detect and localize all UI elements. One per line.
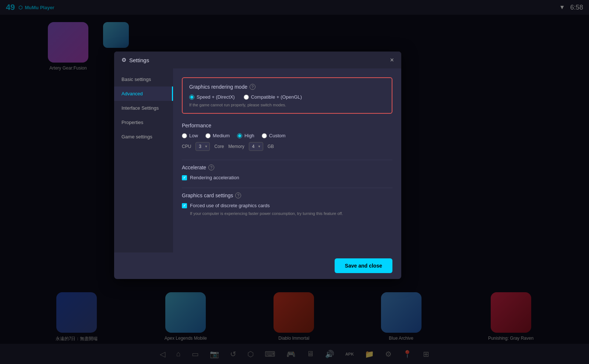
desktop: 49 ⬡ MuMu Player ▼ 6:58 Artery Gear:Fusi… [0, 0, 589, 364]
settings-gear-icon: ⚙ [121, 57, 126, 63]
cpu-memory-row: CPU 3 4 6 8 Core Memory [182, 142, 392, 151]
rendering-acceleration-checkbox[interactable] [182, 175, 187, 180]
perf-low[interactable]: Low [182, 133, 198, 138]
performance-title: Performance [182, 123, 392, 128]
modal-body: Basic settings Advanced Interface Settin… [114, 68, 401, 252]
graphics-card-help-icon[interactable]: ? [235, 192, 241, 198]
radio-option-opengl[interactable]: Compatible + (OpenGL) [244, 94, 302, 100]
settings-content: Graphics rendering mode ? Speed + (Direc… [173, 68, 401, 252]
rendering-mode-hint: If the game cannot run properly, please … [189, 103, 385, 107]
modal-title: ⚙ Settings [121, 57, 149, 63]
graphics-card-title: Graphics card settings ? [182, 192, 392, 198]
modal-close-button[interactable]: × [390, 57, 394, 63]
gb-label: GB [268, 144, 274, 149]
cpu-select-wrap[interactable]: 3 4 6 8 [195, 142, 210, 151]
perf-medium[interactable]: Medium [205, 133, 230, 138]
memory-select-wrap[interactable]: 4 6 8 [249, 142, 263, 151]
performance-radio-row: Low Medium High Custom [182, 133, 392, 138]
rendering-acceleration-label: Rendering acceleration [190, 175, 239, 180]
accelerate-section: Accelerate ? Rendering acceleration [182, 165, 392, 180]
sidebar-item-properties[interactable]: Properties [114, 115, 173, 130]
settings-nav-sidebar: Basic settings Advanced Interface Settin… [114, 68, 173, 252]
divider-2 [182, 188, 392, 188]
sidebar-item-basic[interactable]: Basic settings [114, 72, 173, 86]
memory-label: Memory [228, 144, 244, 149]
discrete-graphics-hint: If your computer is experiencing faster … [182, 211, 392, 216]
accelerate-title: Accelerate ? [182, 165, 392, 170]
performance-section: Performance Low Medium Hig [182, 123, 392, 151]
core-label: Core [214, 144, 224, 149]
modal-header: ⚙ Settings × [114, 52, 401, 68]
perf-high[interactable]: High [237, 133, 254, 138]
rendering-mode-section: Graphics rendering mode ? Speed + (Direc… [182, 77, 392, 114]
rendering-mode-title: Graphics rendering mode ? [189, 84, 385, 90]
accelerate-help-icon[interactable]: ? [208, 165, 214, 170]
sidebar-item-interface[interactable]: Interface Settings [114, 101, 173, 115]
sidebar-item-advanced[interactable]: Advanced [114, 86, 173, 101]
rendering-mode-help-icon[interactable]: ? [250, 84, 255, 90]
graphics-card-section: Graphics card settings ? Forced use of d… [182, 192, 392, 216]
discrete-graphics-checkbox-label[interactable]: Forced use of discrete graphics cards [182, 203, 392, 208]
cpu-select[interactable]: 3 4 6 8 [195, 142, 210, 151]
perf-custom[interactable]: Custom [262, 133, 286, 138]
discrete-graphics-checkbox[interactable] [182, 203, 187, 208]
divider-1 [182, 160, 392, 160]
radio-option-directx[interactable]: Speed + (DirectX) [189, 94, 235, 100]
rendering-acceleration-checkbox-label[interactable]: Rendering acceleration [182, 175, 392, 180]
modal-footer: Save and close [114, 252, 401, 279]
memory-select[interactable]: 4 6 8 [249, 142, 263, 151]
sidebar-item-game[interactable]: Game settings [114, 130, 173, 144]
rendering-mode-radio-group: Speed + (DirectX) Compatible + (OpenGL) [189, 94, 385, 100]
discrete-graphics-label: Forced use of discrete graphics cards [190, 203, 270, 208]
cpu-label: CPU [182, 144, 191, 149]
settings-modal: ⚙ Settings × Basic settings Advanced Int… [114, 52, 401, 279]
save-close-button[interactable]: Save and close [335, 258, 392, 273]
